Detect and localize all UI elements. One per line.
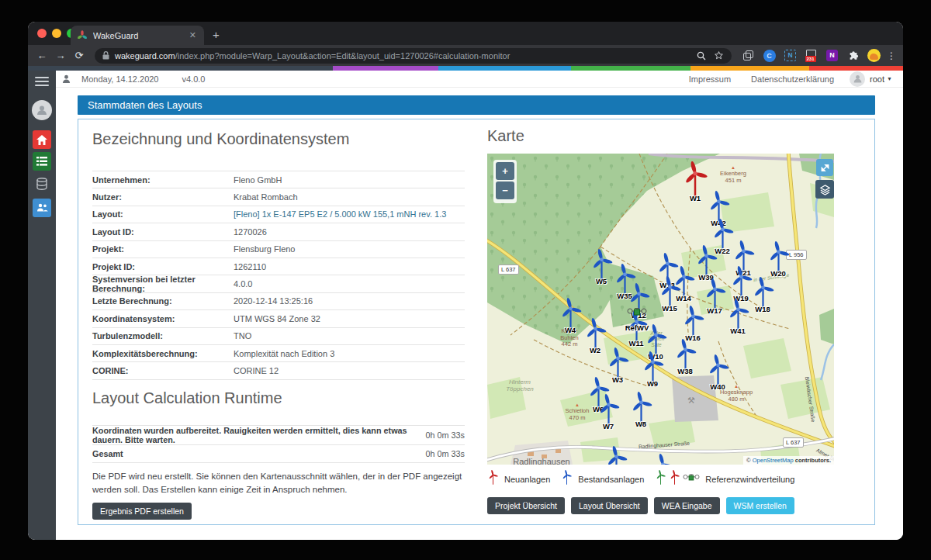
info-row-label: Unternehmen: [92,175,234,185]
info-row-label: Projekt: [92,244,234,254]
new-tab-button[interactable]: + [213,26,220,43]
info-row-label: Layout: [92,209,234,219]
info-row-label: Layout ID: [92,227,234,237]
osm-link[interactable]: OpenStreetMap [753,457,794,464]
macos-minimize-button[interactable] [52,29,61,38]
map-turbines-layer: W1 W42 W22 W21 W20 [487,154,834,465]
app-sidebar [28,71,56,540]
info-row-value: CORINE 12 [234,366,279,375]
browser-tab[interactable]: WakeGuard ✕ [71,26,204,45]
app-page: Monday, 14.12.2020 v4.0.0 Impressum Date… [56,71,903,540]
legend-existing-icon [561,470,573,488]
sidebar-home-button[interactable] [33,130,51,149]
impressum-link[interactable]: Impressum [689,74,731,84]
lock-icon [102,51,109,60]
panel-title: Stammdaten des Layouts [78,95,875,115]
runtime-row-value: 0h 0m 33s [426,449,465,458]
legend-label: Bestandsanlagen [578,475,644,484]
sidebar-projects-button[interactable] [33,152,51,171]
layout-bersicht-button[interactable]: Layout Übersicht [571,497,648,514]
browser-tabstrip: WakeGuard ✕ + [28,22,903,45]
zoom-out-button[interactable]: − [496,181,514,199]
info-row-value: Fleno GmbH [234,175,282,185]
hamburger-menu-icon[interactable] [35,77,49,88]
info-row-value: 1262110 [234,262,266,271]
map-zoom-control: + − [493,160,517,203]
reload-icon[interactable]: ⟳ [71,50,87,61]
cast-badge: 231 [805,56,816,62]
runtime-row-value: 0h 0m 33s [426,430,465,440]
runtime-row: Gesamt0h 0m 33s [92,444,465,462]
user-icon [62,74,71,84]
url-host: wakeguard.com [115,51,175,60]
map-layers-button[interactable] [815,180,834,199]
header-date: Monday, 14.12.2020 [81,74,158,84]
sidebar-database-icon[interactable] [33,175,51,194]
ref-wind-marker[interactable] [627,306,647,323]
turbine-partial[interactable] [604,446,629,465]
info-row-label: Projekt ID: [92,262,234,271]
sidebar-users-button[interactable] [33,199,51,217]
turbine-label-W38: W38 [660,367,710,375]
map-heading: Karte [487,127,524,145]
caret-down-icon[interactable]: ▼ [887,76,892,81]
runtime-row-label: Gesamt [92,449,426,458]
bookmark-star-icon[interactable] [714,50,724,60]
info-row-value: Flensburg Fleno [234,244,296,254]
wea-eingabe-button[interactable]: WEA Eingabe [654,497,720,514]
extension-n-dashed-icon[interactable]: N [781,48,799,64]
info-row-value: TNO [234,331,251,340]
runtime-row-label: Koordinaten wurden aufbereitet. Rauigkei… [92,426,426,444]
tab-title: WakeGuard [93,31,188,40]
info-row: Koordinatensystem:UTM WGS 84 Zone 32 [92,309,465,327]
map-canvas[interactable]: ⚒ [487,154,834,465]
info-row-label: Komplexitätsberechnung: [92,349,234,358]
wsm-erstellen-button[interactable]: WSM erstellen [726,497,794,514]
map-action-buttons: Projekt ÜbersichtLayout ÜbersichtWEA Ein… [487,497,794,514]
info-row-label: Turbulenzmodell: [92,331,234,340]
info-row: Projekt:Flensburg Fleno [92,240,465,258]
extension-onenote-icon[interactable]: N [823,48,841,64]
info-row-label: Letzte Berechnung: [92,296,234,306]
layout-card: Bezeichnung und Koordinatensystem Untern… [78,119,875,525]
extensions-puzzle-icon[interactable] [844,48,862,64]
info-row-value: UTM WGS 84 Zone 32 [234,314,320,323]
macos-close-button[interactable] [37,29,47,38]
tab-groups-icon[interactable] [739,48,757,64]
info-row-value: 2020-12-14 13:25:16 [234,296,313,306]
info-row: Komplexitätsberechnung:Komplexität nach … [92,344,465,361]
back-icon[interactable]: ← [34,50,50,61]
info-row-value: 4.0.0 [234,279,252,289]
header-avatar[interactable] [850,71,865,87]
profile-avatar-icon[interactable] [865,48,883,64]
info-row-label: Koordinatensystem: [92,314,234,323]
projekt-bersicht-button[interactable]: Projekt Übersicht [487,497,565,514]
zoom-in-button[interactable]: + [496,162,514,180]
pdf-note: Die PDF wird neu erstellt. Sie können de… [92,470,463,496]
header-version: v4.0.0 [182,74,205,84]
tab-close-icon[interactable]: ✕ [188,30,198,40]
user-menu[interactable]: root [870,74,884,84]
map-attribution: © OpenStreetMap contributors. [743,456,834,465]
zoom-page-icon[interactable] [697,51,706,60]
info-row: Unternehmen:Fleno GmbH [92,171,465,188]
sidebar-user-avatar[interactable] [32,100,52,120]
datenschutz-link[interactable]: Datenschutzerklärung [751,74,834,84]
url-bar[interactable]: wakeguard.com /index.php?module=Warp_Lay… [95,48,732,64]
turbine-partial[interactable] [650,454,676,465]
turbine-label-W40: W40 [693,382,742,391]
fullscreen-button[interactable] [816,159,833,176]
extension-cast-icon[interactable]: 231 [802,48,820,64]
extension-c-icon[interactable]: C [760,48,778,64]
legend-new-icon [487,470,499,488]
create-pdf-button[interactable]: Ergebnis PDF erstellen [92,503,192,520]
turbine-label-W7: W7 [583,422,633,430]
info-row: Nutzer:Krabat Rombach [92,188,465,205]
legend-rose-icon [683,472,700,486]
runtime-heading: Layout Calculation Runtime [92,389,282,407]
forward-icon[interactable]: → [53,50,68,61]
runtime-row: Koordinaten wurden aufbereitet. Rauigkei… [92,425,465,444]
info-row-value: 1270026 [234,227,267,237]
chrome-menu-icon[interactable]: ⋮ [886,50,897,61]
info-row-value[interactable]: [Fleno] 1x E-147 EP5 E2 / 5.000 kW 155,1… [234,209,446,219]
